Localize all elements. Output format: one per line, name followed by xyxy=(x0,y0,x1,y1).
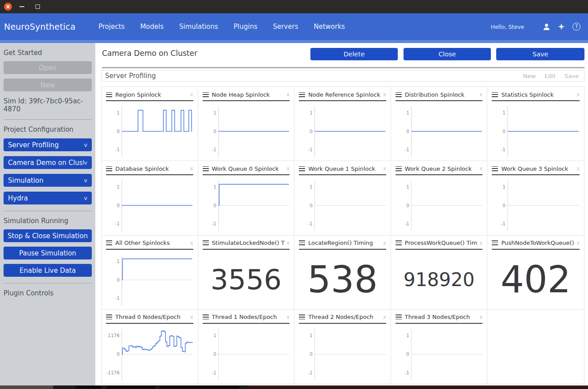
delete-button[interactable]: Delete xyxy=(310,48,398,60)
chart-tile: Node Heap Spinlockx10-1 xyxy=(198,87,295,161)
close-icon[interactable]: x xyxy=(383,165,386,172)
tile-chart: 10-1 xyxy=(203,178,290,233)
tile-body: 10-1 xyxy=(299,326,386,382)
close-icon[interactable]: x xyxy=(576,240,580,246)
sparkle-icon[interactable] xyxy=(557,22,566,31)
tab-simulations[interactable]: Simulations xyxy=(179,13,218,40)
drag-handle-icon[interactable] xyxy=(492,92,498,97)
close-icon[interactable]: x xyxy=(286,240,290,246)
drag-handle-icon[interactable] xyxy=(106,314,112,319)
close-icon[interactable]: x xyxy=(286,91,290,98)
svg-text:-1: -1 xyxy=(501,221,506,226)
tile-header: Thread 0 Nodes/Epochx xyxy=(106,313,193,321)
drag-handle-icon[interactable] xyxy=(203,92,209,97)
dropdown-hydra[interactable]: Hydrav xyxy=(4,192,92,204)
drag-handle-icon[interactable] xyxy=(106,240,112,245)
brand-logo[interactable]: NeuroSynthetica xyxy=(4,22,98,31)
close-icon[interactable]: x xyxy=(190,314,193,320)
close-icon[interactable]: x xyxy=(479,91,482,98)
close-icon[interactable]: x xyxy=(286,165,290,172)
panel-link-edit[interactable]: Edit xyxy=(545,73,556,79)
close-icon[interactable]: x xyxy=(190,240,193,246)
window-maximize-icon[interactable] xyxy=(35,4,40,9)
tile-header: LocateRegion() Timingx xyxy=(299,239,386,247)
tile-header: ProcessWorkQueue() Timingx xyxy=(396,239,483,247)
tile-title: PushNodeToWorkQueue() Timing xyxy=(501,240,575,246)
drag-handle-icon[interactable] xyxy=(203,240,209,245)
help-icon[interactable]: ? xyxy=(572,22,581,31)
close-icon[interactable]: x xyxy=(383,314,386,320)
tile-body: 402 xyxy=(492,252,580,307)
drag-handle-icon[interactable] xyxy=(492,166,498,171)
taskbar-segment xyxy=(75,386,102,389)
simulation-running-label: Simulation Running xyxy=(4,217,92,225)
window-close-icon[interactable] xyxy=(4,3,12,11)
drag-handle-icon[interactable] xyxy=(203,314,209,319)
tile-title: ProcessWorkQueue() Timing xyxy=(405,240,478,246)
user-icon[interactable] xyxy=(542,22,551,31)
svg-text:1: 1 xyxy=(213,184,216,189)
close-icon[interactable]: x xyxy=(479,240,482,246)
tile-chart: 10-1 xyxy=(203,326,290,382)
drag-handle-icon[interactable] xyxy=(396,166,402,171)
get-started-buttons: OpenNew xyxy=(0,61,95,91)
tile-chart: 10-1 xyxy=(106,178,193,233)
svg-text:-1: -1 xyxy=(404,370,409,375)
chart-tile: Thread 3 Nodes/Epochx10-1 xyxy=(391,310,488,384)
open-button[interactable]: Open xyxy=(4,61,92,74)
drag-handle-icon[interactable] xyxy=(396,92,402,97)
tab-servers[interactable]: Servers xyxy=(273,13,298,40)
close-icon[interactable]: x xyxy=(383,240,386,246)
close-icon[interactable]: x xyxy=(576,91,580,98)
panel-link-save[interactable]: Save xyxy=(564,73,579,79)
panel-link-new[interactable]: New xyxy=(523,73,536,79)
close-icon[interactable]: x xyxy=(190,91,193,98)
drag-handle-icon[interactable] xyxy=(299,92,305,97)
stop-close-simulation-button[interactable]: Stop & Close Simulation xyxy=(4,229,92,242)
drag-handle-icon[interactable] xyxy=(106,92,112,97)
drag-handle-icon[interactable] xyxy=(106,166,112,171)
tile-title: Node Heap Spinlock xyxy=(212,91,285,98)
pause-simulation-button[interactable]: Pause Simulation xyxy=(4,247,92,259)
close-icon[interactable]: x xyxy=(383,91,386,98)
chevron-down-icon: v xyxy=(84,159,87,166)
tab-plugins[interactable]: Plugins xyxy=(234,13,258,40)
tile-chart: 10-1 xyxy=(299,104,386,159)
dropdown-simulation[interactable]: Simulationv xyxy=(4,174,92,187)
close-icon[interactable]: x xyxy=(286,314,290,320)
drag-handle-icon[interactable] xyxy=(203,166,209,171)
close-icon[interactable]: x xyxy=(576,165,580,172)
tile-title-underline xyxy=(299,323,386,324)
dropdown-server-profiling[interactable]: Server Profilingv xyxy=(4,138,92,151)
tile-body: 10-1 xyxy=(106,178,193,233)
tab-models[interactable]: Models xyxy=(140,13,164,40)
close-icon[interactable]: x xyxy=(479,165,482,172)
tile-title: LocateRegion() Timing xyxy=(308,240,381,246)
svg-text:1: 1 xyxy=(117,184,120,189)
drag-handle-icon[interactable] xyxy=(396,314,402,319)
dropdown-label: Camera Demo on Cluster xyxy=(8,159,84,167)
close-button[interactable]: Close xyxy=(404,48,491,60)
chart-tile: Work Queue 3 Spinlockx10-1 xyxy=(487,161,584,235)
enable-live-data-button[interactable]: Enable Live Data xyxy=(4,264,92,277)
tab-networks[interactable]: Networks xyxy=(314,13,345,40)
close-icon[interactable]: x xyxy=(479,314,482,320)
drag-handle-icon[interactable] xyxy=(492,240,498,245)
tile-body: 538 xyxy=(299,252,386,307)
tab-projects[interactable]: Projects xyxy=(98,13,125,40)
drag-handle-icon[interactable] xyxy=(299,240,305,245)
tile-header: Database Spinlockx xyxy=(106,165,193,173)
svg-text:-1: -1 xyxy=(501,147,506,152)
drag-handle-icon[interactable] xyxy=(299,314,305,319)
window-minimize-icon[interactable] xyxy=(20,6,24,7)
svg-text:-1: -1 xyxy=(115,147,119,152)
chart-tile: Node Reference Spinlockx10-1 xyxy=(294,87,391,161)
new-button[interactable]: New xyxy=(4,79,92,91)
dropdown-camera-demo-on-cluster[interactable]: Camera Demo on Clusterv xyxy=(4,156,92,169)
chevron-down-icon: v xyxy=(84,141,87,148)
drag-handle-icon[interactable] xyxy=(299,166,305,171)
save-button[interactable]: Save xyxy=(496,48,584,60)
metric-value: 3556 xyxy=(203,252,290,307)
close-icon[interactable]: x xyxy=(190,165,193,172)
drag-handle-icon[interactable] xyxy=(396,240,402,245)
